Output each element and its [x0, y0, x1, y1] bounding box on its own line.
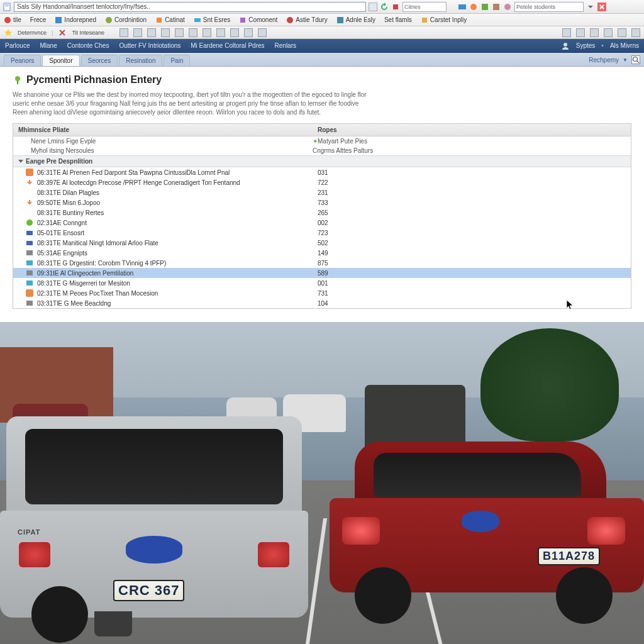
collapse-icon [18, 160, 23, 163]
tb-icon-e[interactable] [175, 28, 184, 37]
toolbar-icon-4[interactable] [492, 3, 501, 11]
table-row[interactable]: 08:31TE G Misgerreri tor Mesiton001 [13, 278, 631, 288]
row-value: 589 [318, 270, 355, 277]
row-desc: 08:397E Al lootecdgn Precose /PRPT Henge… [37, 179, 314, 186]
toolbar-icon-1[interactable] [458, 3, 467, 11]
tb-icon-r2[interactable] [576, 28, 585, 37]
table-row[interactable]: 08:31TE Manitical Ningt Idmoral Arloo Fl… [13, 238, 631, 248]
tb-icon-d[interactable] [161, 28, 170, 37]
tb-icon-a[interactable] [119, 28, 128, 37]
tb-icon-r6[interactable] [631, 28, 640, 37]
col-header-2[interactable]: Ropes [313, 124, 342, 136]
menu-astie[interactable]: Astie Tdury [286, 16, 327, 24]
tb-icon-g[interactable] [203, 28, 211, 37]
nav-parlouce[interactable]: Parlouce [5, 42, 30, 49]
menu-setflam[interactable]: Set flamls [384, 16, 412, 23]
svg-point-10 [4, 17, 11, 23]
table-row[interactable]: 08:397E Al lootecdgn Precose /PRPT Henge… [13, 177, 631, 187]
search-field-1[interactable] [402, 2, 447, 12]
nav-contonte[interactable]: Contonte Ches [67, 42, 109, 49]
summary-rows: Nene Lmins Fige Evple✦ Matyart Pute Pies… [13, 136, 631, 156]
table-row[interactable]: 08:31TE Dilan Plagles231 [13, 187, 631, 197]
svg-rect-15 [240, 18, 245, 23]
tabs-right-label[interactable]: Rechpemy [589, 57, 619, 64]
toolbar-icon-2[interactable] [469, 3, 478, 11]
summary-1a: Nene Lmins Fige Evple [31, 138, 313, 145]
menu-comonent[interactable]: Comonent [239, 16, 277, 24]
table-row[interactable]: 09:31tE Al Clingeocten Pemtilation589 [13, 268, 631, 278]
nav-outter[interactable]: Outter FV Intriotations [119, 42, 180, 49]
nav-syptes[interactable]: Syptes [576, 42, 596, 49]
row-desc: 09:31tE Al Clingeocten Pemtilation [37, 270, 314, 277]
tb-icon-r1[interactable] [562, 28, 571, 37]
nav-renlars[interactable]: Renlars [275, 42, 296, 49]
row-icon [26, 189, 33, 196]
license-plate-left: CRC 367 [113, 580, 184, 601]
menu-frece[interactable]: Frece [30, 16, 47, 23]
tab-pain[interactable]: Pain [164, 55, 190, 66]
x-icon[interactable] [58, 28, 67, 37]
close-icon[interactable] [597, 3, 606, 11]
svg-rect-26 [26, 241, 33, 245]
row-desc: 03:31TlE G Mee Beacldng [37, 300, 314, 307]
tb-icon-r5[interactable] [618, 28, 626, 37]
col-header-1[interactable]: Mhimnsice Pliate [13, 124, 313, 136]
search-icon[interactable] [631, 55, 640, 64]
nav-eardene[interactable]: Mi Eardene Coltoral Pdres [191, 42, 264, 49]
tb-icon-f[interactable] [189, 28, 197, 37]
summary-2b: Cngrms Alttes Palturs [313, 147, 373, 154]
stop-icon[interactable] [391, 3, 400, 11]
toolbar-icon-5[interactable] [503, 3, 512, 11]
menu-tile[interactable]: tile [4, 16, 21, 24]
table-row[interactable]: 08:31TE G Drgestint: Corobm TVinnig 4 tP… [13, 258, 631, 268]
tb-icon-r3[interactable] [590, 28, 599, 37]
row-icon [26, 219, 33, 226]
tb-icon-h[interactable] [216, 28, 225, 37]
table-row[interactable]: 06:31TE Al Prenen Fed Darpont Sta Pawpna… [13, 167, 631, 177]
toolbar-icon-3[interactable] [480, 3, 489, 11]
application-window: tile Frece Indorepned Cordnintion Catina… [0, 0, 644, 322]
tb-icon-i[interactable] [230, 28, 239, 37]
toolbar2-label-2: Tit Inteseane [72, 30, 104, 36]
svg-point-16 [287, 17, 293, 23]
star-icon[interactable] [4, 28, 13, 37]
menu-carstet[interactable]: Carstet Inpliy [421, 16, 467, 24]
url-input[interactable] [14, 2, 366, 12]
menu-cordnintion[interactable]: Cordnintion [105, 16, 147, 24]
dropdown-icon[interactable] [586, 3, 595, 11]
tab-peanors[interactable]: Peanors [4, 55, 41, 66]
refresh-icon[interactable] [380, 3, 389, 11]
tab-seorces[interactable]: Seorces [81, 55, 118, 66]
tab-resination[interactable]: Resination [119, 55, 162, 66]
section-header[interactable]: Eange Pre Despnlition [13, 156, 631, 167]
table-row[interactable]: 05-01TE Ensosrt723 [13, 228, 631, 238]
nav-mlane[interactable]: Mlane [40, 42, 57, 49]
search-field-2[interactable] [514, 2, 584, 12]
row-value: 002 [318, 219, 355, 226]
table-row[interactable]: 02:31AE Conngnt002 [13, 218, 631, 228]
go-button[interactable] [369, 3, 377, 11]
panel-header: Mhimnsice Pliate Ropes [13, 124, 631, 136]
rows-container: 06:31TE Al Prenen Fed Darpont Sta Pawpna… [13, 167, 631, 308]
table-row[interactable]: 05:31AE Engnipts149 [13, 248, 631, 258]
tb-icon-r4[interactable] [604, 28, 613, 37]
toolbar2-label-1: Deternvnce [18, 30, 47, 36]
menu-adnle[interactable]: Adnle Esly [336, 16, 375, 24]
table-row[interactable]: 08:31TE Buntiny Rertes265 [13, 208, 631, 218]
svg-point-8 [504, 4, 511, 10]
tb-icon-b[interactable] [133, 28, 142, 37]
table-row[interactable]: 03:31TlE G Mee Beacldng104 [13, 298, 631, 308]
nav-mivrns[interactable]: Als Mivrns [610, 42, 639, 49]
table-row[interactable]: 09:50TE Misn 6.Jopoo733 [13, 197, 631, 208]
tab-sponitor[interactable]: Sponitor [42, 55, 79, 66]
table-row[interactable]: 02:31TE M Peoes PocTixet Than Mocesion73… [13, 288, 631, 298]
tb-icon-k[interactable] [258, 28, 267, 37]
tb-icon-c[interactable] [147, 28, 156, 37]
svg-rect-29 [26, 270, 33, 275]
menu-indorepned[interactable]: Indorepned [55, 16, 96, 24]
chevron-down-icon[interactable]: ▼ [623, 57, 628, 63]
menu-catinat[interactable]: Catinat [155, 16, 185, 24]
menu-sntesres[interactable]: Snt Esres [194, 16, 230, 24]
tb-icon-j[interactable] [244, 28, 253, 37]
svg-rect-17 [337, 17, 343, 23]
